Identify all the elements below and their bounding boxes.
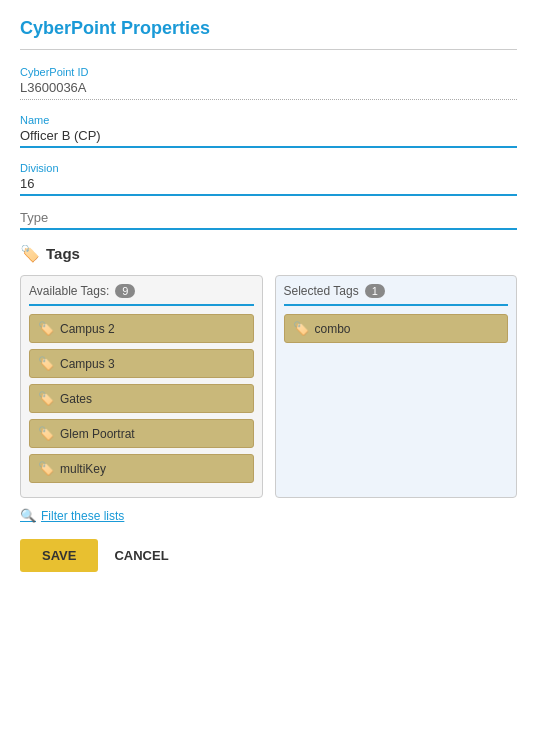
tag-item[interactable]: 🏷️ Gates bbox=[29, 384, 254, 413]
save-button[interactable]: SAVE bbox=[20, 539, 98, 572]
available-tags-label: Available Tags: bbox=[29, 284, 109, 298]
name-label: Name bbox=[20, 114, 517, 126]
button-row: SAVE CANCEL bbox=[20, 539, 517, 572]
tag-label-1: Campus 3 bbox=[60, 357, 115, 371]
selected-tag-item[interactable]: 🏷️ combo bbox=[284, 314, 509, 343]
tag-label-3: Glem Poortrat bbox=[60, 427, 135, 441]
filter-link-text: Filter these lists bbox=[41, 509, 124, 523]
tag-item[interactable]: 🏷️ Campus 2 bbox=[29, 314, 254, 343]
tags-section-header: 🏷️ Tags bbox=[20, 244, 517, 263]
name-input[interactable] bbox=[20, 128, 517, 148]
tag-icon-3: 🏷️ bbox=[38, 426, 54, 441]
tag-item[interactable]: 🏷️ multiKey bbox=[29, 454, 254, 483]
name-group: Name bbox=[20, 114, 517, 148]
cyberpoint-id-group: CyberPoint ID L3600036A bbox=[20, 66, 517, 100]
tag-item[interactable]: 🏷️ Glem Poortrat bbox=[29, 419, 254, 448]
filter-link[interactable]: 🔍 Filter these lists bbox=[20, 508, 517, 523]
division-input[interactable] bbox=[20, 176, 517, 196]
title-divider bbox=[20, 49, 517, 50]
tag-label-0: Campus 2 bbox=[60, 322, 115, 336]
selected-tag-label-0: combo bbox=[315, 322, 351, 336]
selected-tag-icon-0: 🏷️ bbox=[293, 321, 309, 336]
tags-columns: Available Tags: 9 🏷️ Campus 2 🏷️ Campus … bbox=[20, 275, 517, 498]
division-label: Division bbox=[20, 162, 517, 174]
selected-tags-panel: Selected Tags 1 🏷️ combo bbox=[275, 275, 518, 498]
available-tags-header: Available Tags: 9 bbox=[29, 284, 254, 306]
selected-tags-label: Selected Tags bbox=[284, 284, 359, 298]
tag-icon-1: 🏷️ bbox=[38, 356, 54, 371]
cyberpoint-id-value: L3600036A bbox=[20, 80, 517, 100]
cancel-button[interactable]: CANCEL bbox=[110, 539, 172, 572]
tag-icon: 🏷️ bbox=[20, 244, 40, 263]
type-input[interactable] bbox=[20, 210, 517, 230]
tags-section-title: Tags bbox=[46, 245, 80, 262]
tag-icon-4: 🏷️ bbox=[38, 461, 54, 476]
available-tags-panel: Available Tags: 9 🏷️ Campus 2 🏷️ Campus … bbox=[20, 275, 263, 498]
division-group: Division bbox=[20, 162, 517, 196]
tag-icon-0: 🏷️ bbox=[38, 321, 54, 336]
tag-item[interactable]: 🏷️ Campus 3 bbox=[29, 349, 254, 378]
cyberpoint-id-label: CyberPoint ID bbox=[20, 66, 517, 78]
selected-tags-count: 1 bbox=[365, 284, 385, 298]
tag-label-4: multiKey bbox=[60, 462, 106, 476]
type-group bbox=[20, 210, 517, 230]
tag-icon-2: 🏷️ bbox=[38, 391, 54, 406]
tag-label-2: Gates bbox=[60, 392, 92, 406]
search-icon: 🔍 bbox=[20, 508, 36, 523]
page-title: CyberPoint Properties bbox=[20, 18, 517, 39]
selected-tags-header: Selected Tags 1 bbox=[284, 284, 509, 306]
available-tags-count: 9 bbox=[115, 284, 135, 298]
